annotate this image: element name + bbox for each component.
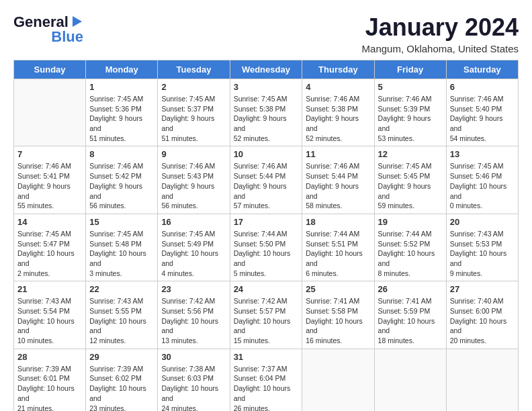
month-title: January 2024	[83, 13, 519, 42]
day-number: 7	[17, 149, 82, 159]
day-info: Sunrise: 7:46 AMSunset: 5:42 PMDaylight:…	[89, 161, 154, 210]
day-number: 19	[378, 217, 443, 227]
day-number: 2	[161, 82, 226, 92]
day-info: Sunrise: 7:39 AMSunset: 6:02 PMDaylight:…	[89, 364, 154, 411]
page-header: General Blue January 2024 Mangum, Oklaho…	[13, 13, 519, 54]
day-number: 1	[89, 82, 154, 92]
calendar-cell: 28Sunrise: 7:39 AMSunset: 6:01 PMDayligh…	[14, 349, 86, 411]
calendar-cell: 2Sunrise: 7:45 AMSunset: 5:37 PMDaylight…	[158, 79, 230, 146]
day-info: Sunrise: 7:46 AMSunset: 5:44 PMDaylight:…	[234, 161, 299, 210]
day-number: 27	[450, 284, 515, 294]
day-number: 15	[89, 217, 154, 227]
day-number: 26	[378, 284, 443, 294]
day-number: 30	[161, 352, 226, 362]
day-info: Sunrise: 7:42 AMSunset: 5:57 PMDaylight:…	[234, 296, 299, 345]
day-number: 13	[450, 149, 515, 159]
day-info: Sunrise: 7:46 AMSunset: 5:40 PMDaylight:…	[450, 94, 515, 143]
day-number: 14	[17, 217, 82, 227]
calendar-cell	[374, 349, 446, 411]
day-info: Sunrise: 7:41 AMSunset: 5:59 PMDaylight:…	[378, 296, 443, 345]
day-info: Sunrise: 7:40 AMSunset: 6:00 PMDaylight:…	[450, 296, 515, 345]
day-info: Sunrise: 7:37 AMSunset: 6:04 PMDaylight:…	[234, 364, 299, 411]
day-info: Sunrise: 7:46 AMSunset: 5:43 PMDaylight:…	[161, 161, 226, 210]
logo-arrow-icon	[70, 15, 83, 28]
day-info: Sunrise: 7:45 AMSunset: 5:49 PMDaylight:…	[161, 229, 226, 278]
calendar-cell: 8Sunrise: 7:46 AMSunset: 5:42 PMDaylight…	[86, 146, 158, 214]
weekday-header-monday: Monday	[86, 60, 158, 79]
day-number: 3	[234, 82, 299, 92]
day-number: 16	[161, 217, 226, 227]
day-number: 20	[450, 217, 515, 227]
calendar-cell: 16Sunrise: 7:45 AMSunset: 5:49 PMDayligh…	[158, 214, 230, 281]
day-number: 23	[161, 284, 226, 294]
calendar-cell: 27Sunrise: 7:40 AMSunset: 6:00 PMDayligh…	[446, 281, 518, 349]
day-info: Sunrise: 7:45 AMSunset: 5:48 PMDaylight:…	[89, 229, 154, 278]
day-number: 25	[306, 284, 370, 294]
calendar-cell: 22Sunrise: 7:43 AMSunset: 5:55 PMDayligh…	[86, 281, 158, 349]
day-number: 5	[378, 82, 443, 92]
calendar-cell: 12Sunrise: 7:45 AMSunset: 5:45 PMDayligh…	[374, 146, 446, 214]
calendar-cell	[302, 349, 374, 411]
day-number: 6	[450, 82, 515, 92]
calendar-cell: 13Sunrise: 7:45 AMSunset: 5:46 PMDayligh…	[446, 146, 518, 214]
location: Mangum, Oklahoma, United States	[83, 43, 519, 54]
day-info: Sunrise: 7:44 AMSunset: 5:52 PMDaylight:…	[378, 229, 443, 278]
day-number: 4	[306, 82, 370, 92]
day-info: Sunrise: 7:45 AMSunset: 5:45 PMDaylight:…	[378, 161, 443, 210]
logo-text: General Blue	[13, 13, 83, 46]
calendar-cell: 4Sunrise: 7:46 AMSunset: 5:38 PMDaylight…	[302, 79, 374, 146]
day-number: 17	[234, 217, 299, 227]
calendar-cell: 10Sunrise: 7:46 AMSunset: 5:44 PMDayligh…	[230, 146, 302, 214]
day-number: 8	[89, 149, 154, 159]
day-number: 29	[89, 352, 154, 362]
weekday-header-wednesday: Wednesday	[230, 60, 302, 79]
calendar-cell: 21Sunrise: 7:43 AMSunset: 5:54 PMDayligh…	[14, 281, 86, 349]
calendar-cell: 14Sunrise: 7:45 AMSunset: 5:47 PMDayligh…	[14, 214, 86, 281]
logo: General Blue	[13, 13, 83, 46]
day-number: 22	[89, 284, 154, 294]
day-number: 18	[306, 217, 370, 227]
day-number: 10	[234, 149, 299, 159]
weekday-header-thursday: Thursday	[302, 60, 374, 79]
day-number: 11	[306, 149, 370, 159]
calendar-cell: 15Sunrise: 7:45 AMSunset: 5:48 PMDayligh…	[86, 214, 158, 281]
day-info: Sunrise: 7:38 AMSunset: 6:03 PMDaylight:…	[161, 364, 226, 411]
calendar-cell: 7Sunrise: 7:46 AMSunset: 5:41 PMDaylight…	[14, 146, 86, 214]
day-info: Sunrise: 7:46 AMSunset: 5:39 PMDaylight:…	[378, 94, 443, 143]
day-number: 31	[234, 352, 299, 362]
calendar-cell: 31Sunrise: 7:37 AMSunset: 6:04 PMDayligh…	[230, 349, 302, 411]
day-info: Sunrise: 7:42 AMSunset: 5:56 PMDaylight:…	[161, 296, 226, 345]
day-number: 28	[17, 352, 82, 362]
weekday-header-tuesday: Tuesday	[158, 60, 230, 79]
calendar-cell: 30Sunrise: 7:38 AMSunset: 6:03 PMDayligh…	[158, 349, 230, 411]
day-info: Sunrise: 7:46 AMSunset: 5:44 PMDaylight:…	[306, 161, 370, 210]
weekday-header-friday: Friday	[374, 60, 446, 79]
calendar-cell: 5Sunrise: 7:46 AMSunset: 5:39 PMDaylight…	[374, 79, 446, 146]
day-info: Sunrise: 7:41 AMSunset: 5:58 PMDaylight:…	[306, 296, 370, 345]
day-number: 21	[17, 284, 82, 294]
calendar-cell: 11Sunrise: 7:46 AMSunset: 5:44 PMDayligh…	[302, 146, 374, 214]
calendar-cell: 29Sunrise: 7:39 AMSunset: 6:02 PMDayligh…	[86, 349, 158, 411]
calendar-cell: 20Sunrise: 7:43 AMSunset: 5:53 PMDayligh…	[446, 214, 518, 281]
calendar-cell: 25Sunrise: 7:41 AMSunset: 5:58 PMDayligh…	[302, 281, 374, 349]
day-number: 12	[378, 149, 443, 159]
day-info: Sunrise: 7:46 AMSunset: 5:41 PMDaylight:…	[17, 161, 82, 210]
day-info: Sunrise: 7:45 AMSunset: 5:38 PMDaylight:…	[234, 94, 299, 143]
calendar-cell: 18Sunrise: 7:44 AMSunset: 5:51 PMDayligh…	[302, 214, 374, 281]
day-info: Sunrise: 7:46 AMSunset: 5:38 PMDaylight:…	[306, 94, 370, 143]
calendar-cell: 6Sunrise: 7:46 AMSunset: 5:40 PMDaylight…	[446, 79, 518, 146]
calendar-cell	[446, 349, 518, 411]
day-info: Sunrise: 7:44 AMSunset: 5:50 PMDaylight:…	[234, 229, 299, 278]
calendar-cell: 24Sunrise: 7:42 AMSunset: 5:57 PMDayligh…	[230, 281, 302, 349]
calendar-cell: 3Sunrise: 7:45 AMSunset: 5:38 PMDaylight…	[230, 79, 302, 146]
calendar-cell: 1Sunrise: 7:45 AMSunset: 5:36 PMDaylight…	[86, 79, 158, 146]
day-number: 9	[161, 149, 226, 159]
day-number: 24	[234, 284, 299, 294]
calendar-cell: 19Sunrise: 7:44 AMSunset: 5:52 PMDayligh…	[374, 214, 446, 281]
day-info: Sunrise: 7:45 AMSunset: 5:47 PMDaylight:…	[17, 229, 82, 278]
calendar-table: SundayMondayTuesdayWednesdayThursdayFrid…	[13, 60, 519, 411]
weekday-header-saturday: Saturday	[446, 60, 518, 79]
day-info: Sunrise: 7:39 AMSunset: 6:01 PMDaylight:…	[17, 364, 82, 411]
calendar-cell	[14, 79, 86, 146]
calendar-cell: 23Sunrise: 7:42 AMSunset: 5:56 PMDayligh…	[158, 281, 230, 349]
